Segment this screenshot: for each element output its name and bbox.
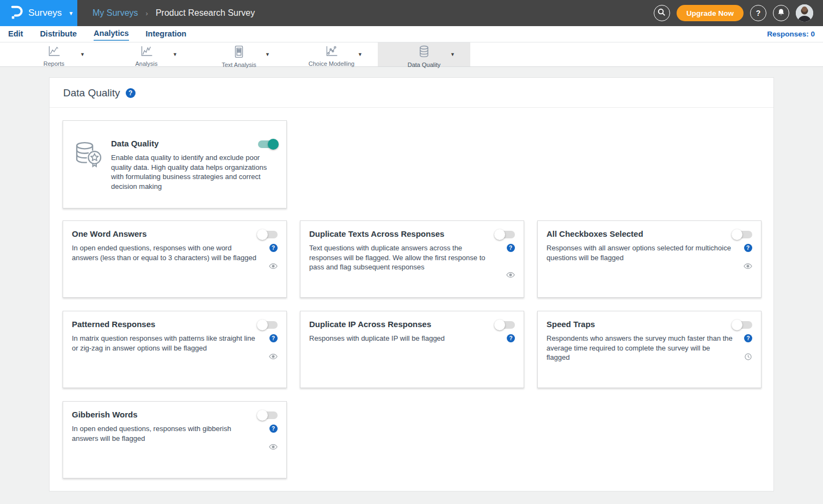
chevron-down-icon: ▼ bbox=[68, 10, 73, 16]
card-description: Text questions with duplicate answers ac… bbox=[309, 243, 495, 272]
tab-edit[interactable]: Edit bbox=[8, 28, 23, 40]
document-grid-icon bbox=[233, 45, 245, 60]
card-description: Enable data quality to identify and excl… bbox=[111, 153, 270, 191]
notifications-button[interactable] bbox=[773, 5, 789, 21]
toolbar-item-choice-modelling[interactable]: Choice Modelling ▼ bbox=[285, 42, 378, 66]
card-title: Speed Traps bbox=[546, 319, 595, 329]
user-avatar[interactable] bbox=[796, 4, 813, 22]
card-description: In open ended questions, responses with … bbox=[72, 424, 258, 443]
toggle-knob bbox=[494, 229, 505, 240]
card-help-icon[interactable]: ? bbox=[269, 334, 278, 342]
card-title: Data Quality bbox=[111, 139, 159, 148]
search-button[interactable] bbox=[654, 5, 670, 21]
toggle-knob bbox=[257, 229, 268, 240]
page-title: Data Quality bbox=[63, 87, 120, 99]
eye-icon[interactable] bbox=[269, 444, 278, 450]
card-title: Patterned Responses bbox=[72, 319, 155, 329]
one-word-answers-toggle[interactable] bbox=[258, 231, 278, 238]
toggle-knob bbox=[257, 319, 268, 330]
toggle-knob bbox=[732, 229, 742, 240]
upgrade-now-button[interactable]: Upgrade Now bbox=[677, 5, 744, 21]
card-help-icon[interactable]: ? bbox=[269, 425, 278, 433]
eye-icon[interactable] bbox=[269, 263, 278, 269]
card-title: All Checkboxes Selected bbox=[546, 229, 643, 238]
chevron-down-icon[interactable]: ▼ bbox=[358, 52, 363, 57]
questionpro-logo-icon bbox=[10, 4, 23, 22]
scatter-chart-icon bbox=[325, 45, 339, 59]
speed-traps-toggle[interactable] bbox=[733, 321, 752, 329]
bell-icon bbox=[777, 8, 785, 18]
database-icon bbox=[418, 45, 430, 60]
all-checkboxes-toggle[interactable] bbox=[733, 231, 752, 238]
tab-integration[interactable]: Integration bbox=[146, 28, 187, 40]
help-button[interactable]: ? bbox=[750, 5, 766, 21]
card-help-icon[interactable]: ? bbox=[507, 334, 515, 342]
product-switcher[interactable]: Surveys ▼ bbox=[0, 0, 77, 26]
main-content: Data Quality ? bbox=[0, 67, 823, 491]
page-help-icon[interactable]: ? bbox=[126, 88, 136, 98]
toggle-knob bbox=[494, 319, 505, 330]
eye-icon[interactable] bbox=[744, 263, 752, 269]
card-title: Gibberish Words bbox=[72, 410, 138, 419]
eye-icon[interactable] bbox=[269, 353, 278, 360]
card-description: In open ended questions, responses with … bbox=[72, 243, 258, 262]
card-help-icon[interactable]: ? bbox=[507, 244, 515, 252]
clock-icon[interactable] bbox=[745, 353, 752, 360]
responses-count: Responses: 0 bbox=[767, 30, 815, 38]
data-quality-feature-card: Data Quality Enable data quality to iden… bbox=[63, 120, 287, 208]
card-all-checkboxes: All Checkboxes Selected Responses with a… bbox=[537, 220, 761, 298]
card-gibberish-words: Gibberish Words In open ended questions,… bbox=[63, 401, 287, 478]
chevron-down-icon[interactable]: ▼ bbox=[450, 52, 455, 57]
tab-distribute[interactable]: Distribute bbox=[40, 28, 77, 40]
search-icon bbox=[658, 8, 666, 18]
data-quality-toggle[interactable] bbox=[258, 140, 278, 148]
breadcrumb-separator-icon: › bbox=[146, 9, 148, 17]
duplicate-ip-toggle[interactable] bbox=[495, 321, 515, 329]
chevron-down-icon[interactable]: ▼ bbox=[173, 52, 177, 57]
toolbar-label: Text Analysis bbox=[222, 62, 256, 68]
toolbar-label: Analysis bbox=[136, 60, 158, 67]
card-patterned-responses: Patterned Responses In matrix question r… bbox=[63, 311, 287, 388]
chevron-down-icon[interactable]: ▼ bbox=[265, 52, 270, 57]
card-description: Responses with duplicate IP will be flag… bbox=[309, 334, 495, 343]
card-help-icon[interactable]: ? bbox=[744, 244, 752, 252]
card-description: Respondents who answers the survey much … bbox=[546, 334, 733, 362]
toggle-knob bbox=[732, 319, 742, 330]
card-help-icon[interactable]: ? bbox=[269, 244, 278, 252]
toolbar-item-analysis[interactable]: Analysis ▼ bbox=[100, 42, 193, 66]
toolbar-item-text-analysis[interactable]: Text Analysis ▼ bbox=[193, 42, 285, 66]
survey-nav: Edit Distribute Analytics Integration Re… bbox=[0, 26, 823, 42]
tab-analytics[interactable]: Analytics bbox=[94, 27, 128, 41]
toolbar-label: Choice Modelling bbox=[309, 60, 354, 67]
breadcrumb-my-surveys[interactable]: My Surveys bbox=[93, 8, 138, 18]
card-one-word-answers: One Word Answers In open ended questions… bbox=[63, 220, 287, 298]
card-speed-traps: Speed Traps Respondents who answers the … bbox=[537, 311, 761, 388]
toggle-knob bbox=[257, 410, 268, 421]
card-duplicate-texts: Duplicate Texts Across Responses Text qu… bbox=[300, 220, 524, 298]
card-description: Responses with all answer options select… bbox=[546, 243, 733, 262]
breadcrumb-current-survey: Product Research Survey bbox=[156, 8, 255, 18]
toolbar-item-data-quality[interactable]: Data Quality ▼ bbox=[378, 42, 470, 66]
top-bar: Surveys ▼ My Surveys › Product Research … bbox=[0, 0, 823, 26]
question-mark-icon: ? bbox=[756, 9, 761, 17]
card-duplicate-ip: Duplicate IP Across Responses Responses … bbox=[300, 311, 524, 388]
chevron-down-icon[interactable]: ▼ bbox=[80, 52, 85, 57]
card-help-icon[interactable]: ? bbox=[744, 334, 752, 342]
patterned-responses-toggle[interactable] bbox=[258, 321, 278, 329]
rule-cards-grid: One Word Answers In open ended questions… bbox=[63, 220, 760, 478]
database-badge-icon bbox=[72, 129, 111, 200]
eye-icon[interactable] bbox=[506, 272, 515, 278]
card-title: Duplicate IP Across Responses bbox=[309, 319, 431, 329]
card-title: One Word Answers bbox=[72, 229, 147, 238]
data-quality-panel: Data Quality ? bbox=[49, 77, 774, 491]
analytics-toolbar: Reports ▼ Analysis ▼ Text Analysis ▼ bbox=[0, 42, 823, 67]
toolbar-label: Data Quality bbox=[408, 62, 441, 68]
card-description: In matrix question responses with patter… bbox=[72, 334, 258, 353]
product-name: Surveys bbox=[28, 8, 62, 19]
breadcrumb: My Surveys › Product Research Survey bbox=[77, 0, 255, 26]
duplicate-texts-toggle[interactable] bbox=[495, 231, 515, 238]
gibberish-words-toggle[interactable] bbox=[258, 411, 278, 419]
toolbar-label: Reports bbox=[44, 60, 65, 67]
card-title: Duplicate Texts Across Responses bbox=[309, 229, 444, 238]
toolbar-item-reports[interactable]: Reports ▼ bbox=[8, 42, 100, 66]
